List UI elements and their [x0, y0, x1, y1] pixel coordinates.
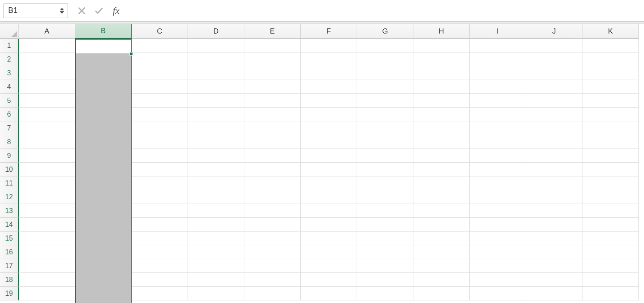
cell-i10[interactable]	[470, 163, 526, 176]
row-header-19[interactable]: 19	[0, 287, 19, 300]
accept-icon[interactable]	[94, 6, 104, 16]
cell-b2[interactable]	[75, 53, 132, 66]
cell-f4[interactable]	[301, 80, 357, 94]
formula-input[interactable]	[130, 3, 641, 18]
name-box-step-up-icon[interactable]	[60, 8, 64, 10]
cell-i8[interactable]	[470, 135, 526, 149]
cell-f3[interactable]	[301, 66, 357, 80]
cell-f5[interactable]	[301, 94, 357, 108]
cell-c14[interactable]	[132, 218, 188, 232]
cell-i1[interactable]	[470, 39, 526, 53]
cell-j7[interactable]	[526, 121, 582, 135]
name-box[interactable]: B1	[3, 3, 68, 18]
cell-d1[interactable]	[188, 39, 244, 53]
cell-d6[interactable]	[188, 108, 244, 121]
cell-a7[interactable]	[19, 121, 75, 135]
fill-handle[interactable]	[129, 52, 133, 56]
cell-b3[interactable]	[75, 66, 132, 80]
cell-g11[interactable]	[357, 176, 413, 190]
cell-g19[interactable]	[357, 287, 413, 300]
cell-k9[interactable]	[582, 149, 639, 163]
select-all-corner[interactable]	[0, 24, 19, 39]
column-header-h[interactable]: H	[413, 24, 470, 39]
name-box-step-down-icon[interactable]	[60, 11, 64, 14]
cell-f15[interactable]	[301, 232, 357, 245]
cell-j15[interactable]	[526, 232, 582, 245]
column-header-d[interactable]: D	[188, 24, 244, 39]
cell-e2[interactable]	[244, 53, 301, 66]
cell-f9[interactable]	[301, 149, 357, 163]
column-header-k[interactable]: K	[582, 24, 639, 39]
cell-d4[interactable]	[188, 80, 244, 94]
cell-a13[interactable]	[19, 204, 75, 218]
cell-g14[interactable]	[357, 218, 413, 232]
row-header-13[interactable]: 13	[0, 204, 19, 218]
cell-a11[interactable]	[19, 176, 75, 190]
cell-i13[interactable]	[470, 204, 526, 218]
cell-f1[interactable]	[301, 39, 357, 53]
cell-k8[interactable]	[582, 135, 639, 149]
row-header-18[interactable]: 18	[0, 273, 19, 287]
cell-g7[interactable]	[357, 121, 413, 135]
cell-h12[interactable]	[413, 190, 470, 204]
cell-d16[interactable]	[188, 245, 244, 259]
cell-k16[interactable]	[582, 245, 639, 259]
cell-b11[interactable]	[75, 176, 132, 190]
cell-d17[interactable]	[188, 259, 244, 273]
row-header-4[interactable]: 4	[0, 80, 19, 94]
cell-c13[interactable]	[132, 204, 188, 218]
cell-b7[interactable]	[75, 121, 132, 135]
cell-i2[interactable]	[470, 53, 526, 66]
cell-k13[interactable]	[582, 204, 639, 218]
cell-g17[interactable]	[357, 259, 413, 273]
cell-b8[interactable]	[75, 135, 132, 149]
cell-f13[interactable]	[301, 204, 357, 218]
cell-c19[interactable]	[132, 287, 188, 300]
cell-h1[interactable]	[413, 39, 470, 53]
cell-b18[interactable]	[75, 273, 132, 287]
cell-a17[interactable]	[19, 259, 75, 273]
cancel-icon[interactable]	[77, 6, 87, 16]
cell-c11[interactable]	[132, 176, 188, 190]
cell-d15[interactable]	[188, 232, 244, 245]
cell-g5[interactable]	[357, 94, 413, 108]
cell-b1[interactable]	[75, 39, 132, 53]
cell-j13[interactable]	[526, 204, 582, 218]
cell-d3[interactable]	[188, 66, 244, 80]
cell-c9[interactable]	[132, 149, 188, 163]
cell-d9[interactable]	[188, 149, 244, 163]
cell-b19[interactable]	[75, 287, 132, 300]
cell-f14[interactable]	[301, 218, 357, 232]
cell-i18[interactable]	[470, 273, 526, 287]
cell-f18[interactable]	[301, 273, 357, 287]
cell-k6[interactable]	[582, 108, 639, 121]
cell-b9[interactable]	[75, 149, 132, 163]
row-header-10[interactable]: 10	[0, 163, 19, 176]
cell-c16[interactable]	[132, 245, 188, 259]
cell-a16[interactable]	[19, 245, 75, 259]
row-header-12[interactable]: 12	[0, 190, 19, 204]
cell-i14[interactable]	[470, 218, 526, 232]
row-header-1[interactable]: 1	[0, 39, 19, 53]
cell-h16[interactable]	[413, 245, 470, 259]
cell-h11[interactable]	[413, 176, 470, 190]
cell-h7[interactable]	[413, 121, 470, 135]
cell-k10[interactable]	[582, 163, 639, 176]
cell-e5[interactable]	[244, 94, 301, 108]
cell-a1[interactable]	[19, 39, 75, 53]
cell-h14[interactable]	[413, 218, 470, 232]
cell-g13[interactable]	[357, 204, 413, 218]
cell-i16[interactable]	[470, 245, 526, 259]
cell-g15[interactable]	[357, 232, 413, 245]
row-header-2[interactable]: 2	[0, 53, 19, 66]
cell-a6[interactable]	[19, 108, 75, 121]
cell-a5[interactable]	[19, 94, 75, 108]
cell-d12[interactable]	[188, 190, 244, 204]
cell-k4[interactable]	[582, 80, 639, 94]
column-header-c[interactable]: C	[132, 24, 188, 39]
row-header-11[interactable]: 11	[0, 176, 19, 190]
row-header-6[interactable]: 6	[0, 108, 19, 121]
cell-c6[interactable]	[132, 108, 188, 121]
cell-g1[interactable]	[357, 39, 413, 53]
cell-b10[interactable]	[75, 163, 132, 176]
